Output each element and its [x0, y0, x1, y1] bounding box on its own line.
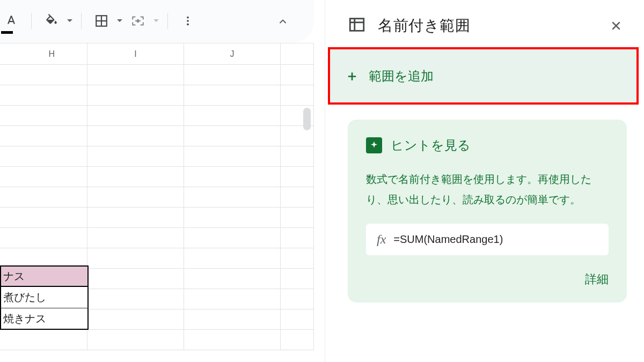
- svg-point-3: [187, 17, 189, 19]
- fx-icon: fx: [377, 232, 386, 247]
- dropdown-arrow-icon[interactable]: [67, 18, 72, 24]
- details-link[interactable]: 詳細: [585, 271, 609, 287]
- table-icon: [348, 16, 366, 36]
- table-row[interactable]: 焼きナス: [0, 308, 89, 330]
- table-row[interactable]: 煮びたし: [0, 287, 89, 308]
- svg-point-5: [187, 24, 189, 26]
- toolbar-separator: [167, 13, 168, 29]
- scrollbar-thumb[interactable]: [303, 108, 311, 130]
- dropdown-arrow-icon[interactable]: [117, 18, 122, 24]
- hint-header: ヒントを見る: [366, 137, 609, 154]
- formula-text: =SUM(NamedRange1): [393, 233, 503, 246]
- svg-rect-6: [350, 19, 364, 31]
- collapse-toolbar-icon[interactable]: [273, 12, 292, 31]
- toolbar-separator: [81, 13, 82, 29]
- add-range-button[interactable]: ＋ 範囲を追加: [328, 47, 639, 105]
- hint-body: 数式で名前付き範囲を使用します。再使用したり、思い出したり、読み取るのが簡単です…: [366, 169, 609, 210]
- toolbar-container: [0, 0, 314, 43]
- hint-card: ヒントを見る 数式で名前付き範囲を使用します。再使用したり、思い出したり、読み取…: [348, 120, 627, 302]
- toolbar: [0, 10, 199, 32]
- formula-example: fx =SUM(NamedRange1): [366, 224, 609, 255]
- merge-cells-icon[interactable]: [127, 10, 149, 32]
- panel-title: 名前付き範囲: [378, 16, 594, 36]
- fill-color-icon[interactable]: [40, 10, 63, 32]
- dropdown-arrow-icon[interactable]: [153, 18, 159, 24]
- column-header[interactable]: J: [184, 43, 281, 65]
- plus-icon: ＋: [345, 67, 359, 85]
- more-options-icon[interactable]: [177, 10, 199, 32]
- panel-header: 名前付き範囲: [325, 0, 644, 47]
- partial-data-table: ナス 煮びたし 焼きナス: [0, 265, 89, 330]
- column-header[interactable]: I: [87, 43, 184, 65]
- svg-point-4: [187, 20, 189, 22]
- close-icon[interactable]: [605, 15, 627, 36]
- spreadsheet-grid[interactable]: H I J ナス 煮びたし 焼きナス: [0, 43, 314, 362]
- hint-footer: 詳細: [366, 271, 609, 287]
- sparkle-icon: [366, 137, 382, 153]
- hint-title: ヒントを見る: [391, 137, 471, 154]
- column-header[interactable]: H: [0, 43, 87, 65]
- toolbar-separator: [31, 13, 32, 29]
- table-header-cell[interactable]: ナス: [0, 265, 89, 287]
- text-color-icon[interactable]: [0, 10, 23, 32]
- column-header[interactable]: [281, 43, 314, 65]
- add-range-label: 範囲を追加: [369, 68, 434, 85]
- borders-icon[interactable]: [90, 10, 113, 32]
- column-headers: H I J: [0, 43, 314, 65]
- named-ranges-panel: 名前付き範囲 ＋ 範囲を追加 ヒントを見る 数式で名前付き範囲を使用します。再使…: [325, 0, 644, 362]
